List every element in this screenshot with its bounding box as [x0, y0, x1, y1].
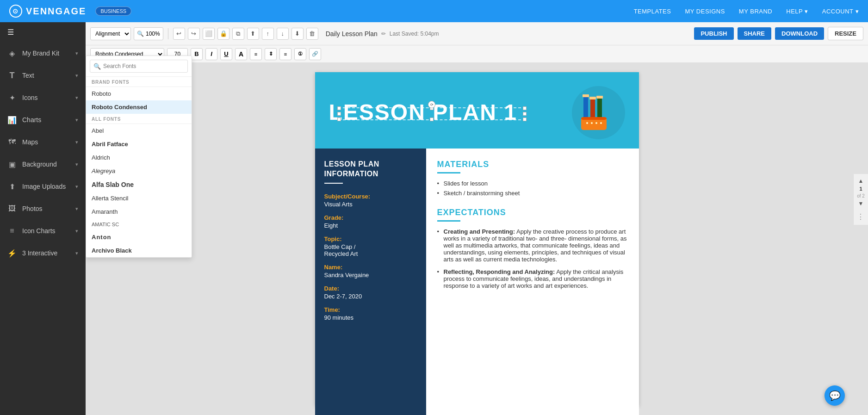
svg-point-12 — [591, 122, 593, 124]
italic-button[interactable]: I — [205, 48, 217, 60]
delete-button[interactable]: 🗑 — [306, 28, 318, 40]
font-item-abel[interactable]: Abel — [86, 124, 192, 137]
font-item-anton[interactable]: Anton — [86, 230, 192, 244]
zoom-control[interactable]: 🔍 100% — [134, 27, 163, 40]
spacing-button[interactable]: ⇕ — [265, 48, 277, 60]
font-item-alfa-slab-one[interactable]: Alfa Slab One — [86, 178, 192, 192]
topic-value: Bottle Cap /Recycled Art — [324, 243, 417, 257]
lesson-plan-title[interactable]: LESSON PLAN 1 — [329, 100, 572, 125]
grade-label: Grade: — [324, 214, 417, 221]
art-tools-svg — [579, 93, 618, 132]
font-item-amatic-sc[interactable]: AMATIC SC — [86, 218, 192, 230]
font-item-allerta-stencil[interactable]: Allerta Stencil — [86, 192, 192, 205]
scroll-up-button[interactable]: ▲ — [858, 178, 864, 184]
font-item-alegreya[interactable]: Alegreya — [86, 164, 192, 178]
resize-button[interactable]: RESIZE — [828, 27, 863, 40]
svg-point-13 — [595, 122, 597, 124]
page-of-label: of 2 — [857, 193, 865, 198]
sidebar-label-my-brand-kit: My Brand Kit — [22, 50, 70, 57]
photos-icon: 🖼 — [7, 204, 17, 213]
app-logo[interactable]: ⊙ VENNGAGE — [9, 5, 86, 18]
sidebar-item-photos[interactable]: 🖼 Photos ▾ — [0, 198, 86, 220]
share-button[interactable]: SHARE — [738, 27, 772, 40]
date-label: Date: — [324, 285, 417, 292]
svg-point-14 — [600, 122, 602, 124]
list-ol-button[interactable]: ① — [294, 48, 306, 60]
chat-support-button[interactable]: 💬 — [825, 385, 845, 406]
sidebar-item-my-brand-kit[interactable]: ◈ My Brand Kit ▾ — [0, 42, 86, 64]
move-down-button[interactable]: ⬇ — [291, 28, 304, 40]
hamburger-menu[interactable]: ☰ — [0, 22, 86, 42]
redo-button[interactable]: ↪ — [188, 28, 200, 40]
align-button[interactable]: ≡ — [250, 48, 262, 60]
font-search-container: 🔍 — [86, 56, 192, 77]
subject-value: Visual Arts — [324, 201, 417, 208]
material-item-1: Slides for lesson — [437, 180, 628, 187]
chevron-right-icon: ▾ — [75, 184, 78, 190]
svg-rect-2 — [583, 94, 589, 97]
sidebar-item-icon-charts[interactable]: ≡ Icon Charts ▾ — [0, 220, 86, 242]
expectation-item-2: Reflecting, Responding and Analyzing: Ap… — [437, 268, 628, 289]
download-button[interactable]: DOWNLOAD — [775, 27, 824, 40]
time-label: Time: — [324, 306, 417, 313]
doc-title[interactable]: Daily Lesson Plan — [326, 30, 378, 37]
materials-title: MATERIALS — [437, 160, 628, 169]
copy-button[interactable]: ⧉ — [232, 28, 244, 40]
nav-help[interactable]: HELP ▾ — [786, 8, 808, 15]
sidebar-label-background: Background — [22, 161, 70, 168]
icon-charts-icon: ≡ — [7, 226, 17, 235]
sidebar-item-icons[interactable]: ✦ Icons ▾ — [0, 87, 86, 109]
sidebar-item-interactive[interactable]: ⚡ 3 Interactive ▾ — [0, 242, 86, 264]
undo-button[interactable]: ↩ — [173, 28, 185, 40]
list-ul-button[interactable]: ≡ — [279, 48, 291, 60]
sidebar-item-charts[interactable]: 📊 Charts ▾ — [0, 109, 86, 131]
page-indicator: ▲ 1 of 2 ▼ ⋮ — [853, 174, 868, 225]
grade-value: Eight — [324, 222, 417, 229]
sidebar-label-photos: Photos — [22, 205, 70, 212]
alignment-select[interactable]: Alignment — [90, 27, 131, 40]
down-button[interactable]: ↓ — [277, 28, 289, 40]
chevron-right-icon: ▾ — [75, 228, 78, 234]
bold-button[interactable]: B — [191, 48, 203, 60]
nav-my-brand[interactable]: MY BRAND — [739, 8, 772, 15]
font-item-archivo-black[interactable]: Archivo Black — [86, 244, 192, 257]
expectation-item-1: Creating and Presenting: Apply the creat… — [437, 228, 628, 263]
sidebar-item-background[interactable]: ▣ Background ▾ — [0, 153, 86, 175]
svg-rect-6 — [597, 97, 602, 119]
font-item-roboto-condensed[interactable]: Roboto Condensed — [86, 100, 192, 114]
publish-button[interactable]: PUBLISH — [694, 27, 733, 40]
font-item-roboto[interactable]: Roboto — [86, 87, 192, 100]
move-up-button[interactable]: ⬆ — [247, 28, 259, 40]
font-item-amaranth[interactable]: Amaranth — [86, 205, 192, 218]
font-item-abril-fatface[interactable]: Abril Fatface — [86, 137, 192, 151]
art-illustration — [572, 86, 625, 139]
nav-my-designs[interactable]: MY DESIGNS — [685, 8, 725, 15]
sidebar: ☰ ◈ My Brand Kit ▾ T Text ▾ ✦ Icons ▾ 📊 … — [0, 0, 86, 415]
lock-button[interactable]: 🔒 — [217, 28, 229, 40]
charts-icon: 📊 — [7, 115, 17, 124]
underline-button[interactable]: U — [220, 48, 232, 60]
last-saved-text: Last Saved: 5:04pm — [390, 31, 439, 37]
page-options-icon[interactable]: ⋮ — [857, 212, 865, 221]
scroll-down-button[interactable]: ▼ — [858, 200, 864, 207]
expectations-section: EXPECTATIONS Creating and Presenting: Ap… — [437, 208, 628, 289]
color-button[interactable]: A — [235, 48, 247, 60]
nav-account[interactable]: ACCOUNT ▾ — [822, 8, 859, 15]
font-item-aldrich[interactable]: Aldrich — [86, 151, 192, 164]
up-button[interactable]: ↑ — [262, 28, 274, 40]
sidebar-item-image-uploads[interactable]: ⬆ Image Uploads ▾ — [0, 175, 86, 198]
crop-button[interactable]: ⬜ — [203, 28, 215, 40]
chevron-right-icon: ▾ — [75, 95, 78, 101]
plan-badge: BUSINESS — [95, 6, 131, 16]
nav-templates[interactable]: TEMPLATES — [634, 8, 671, 15]
expectations-title: EXPECTATIONS — [437, 208, 628, 217]
edit-title-icon[interactable]: ✏ — [381, 31, 386, 37]
canvas: ⟳ LESSON PLAN 1 — [315, 72, 639, 406]
font-search-input[interactable] — [90, 60, 188, 73]
interactive-icon: ⚡ — [7, 248, 17, 258]
sidebar-item-text[interactable]: T Text ▾ — [0, 64, 86, 87]
svg-rect-5 — [589, 97, 596, 99]
link-button[interactable]: 🔗 — [309, 48, 321, 60]
canvas-area: ⟳ LESSON PLAN 1 — [86, 63, 868, 415]
sidebar-item-maps[interactable]: 🗺 Maps ▾ — [0, 131, 86, 153]
